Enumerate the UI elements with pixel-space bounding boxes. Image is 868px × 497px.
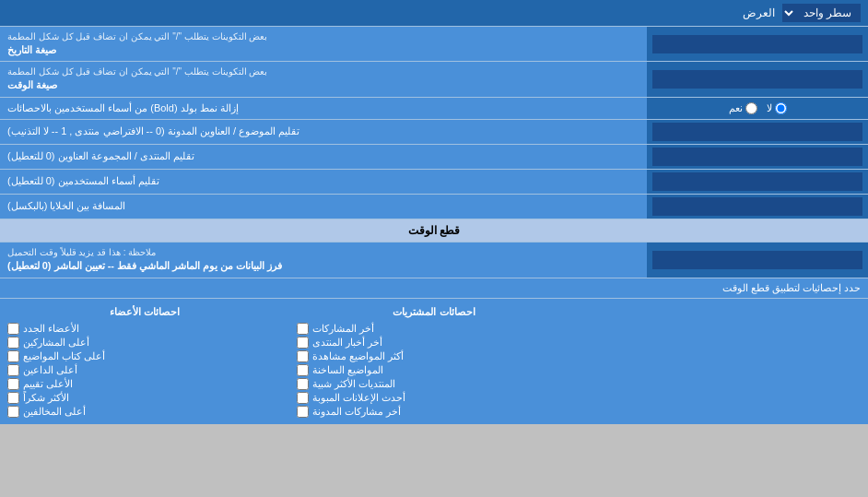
- col1-header: احصائات المشتريات: [297, 304, 571, 322]
- header-label: العرض: [7, 6, 782, 19]
- usernames-row: 0 تقليم أسماء المستخدمين (0 للتعطيل): [0, 170, 868, 195]
- display-select[interactable]: سطر واحدسطرينثلاثة أسطر: [782, 4, 861, 22]
- cell-spacing-label: المسافة بين الخلايا (بالبكسل): [0, 195, 647, 219]
- usernames-input-cell: 0: [647, 170, 868, 194]
- col2-item0-label[interactable]: الأعضاء الجدد: [23, 323, 79, 335]
- checkbox-section: احصائات المشتريات أخر المشاركات أخر أخبا…: [0, 299, 868, 424]
- time-format-label: بعض التكوينات يتطلب "/" التي يمكن ان تضا…: [0, 62, 647, 96]
- col2-item2-label[interactable]: أعلى كتاب المواضيع: [23, 350, 105, 362]
- list-item: أكثر المواضيع مشاهدة: [297, 349, 571, 363]
- forum-title-label: تقليم المنتدى / المجموعة العناوين (0 للت…: [0, 145, 647, 169]
- cutoff-section-header: قطع الوقت: [0, 219, 868, 243]
- col2-item3-check[interactable]: [7, 364, 19, 376]
- usernames-label: تقليم أسماء المستخدمين (0 للتعطيل): [0, 170, 647, 194]
- col1-item1-check[interactable]: [297, 337, 309, 349]
- cutoff-input-cell: 0: [647, 243, 868, 277]
- radio-yes[interactable]: [745, 102, 757, 114]
- topic-title-input-cell: 33: [647, 120, 868, 144]
- radio-no-label[interactable]: لا: [767, 102, 787, 114]
- col2-item0-check[interactable]: [7, 323, 19, 335]
- bold-remove-radio-cell: لا نعم: [647, 98, 868, 119]
- date-format-input[interactable]: d-m: [652, 35, 862, 53]
- topic-title-row: 33 تقليم الموضوع / العناوين المدونة (0 -…: [0, 120, 868, 145]
- main-container: سطر واحدسطرينثلاثة أسطر العرض d-m بعض ال…: [0, 0, 868, 424]
- list-item: أعلى كتاب المواضيع: [7, 349, 282, 363]
- col2-item2-check[interactable]: [7, 350, 19, 362]
- col1-item0-check[interactable]: [297, 323, 309, 335]
- col1-item3-label[interactable]: المواضيع الساخنة: [312, 364, 383, 376]
- col1-item5-label[interactable]: أحدث الإعلانات المبوبة: [312, 392, 405, 404]
- list-item: المواضيع الساخنة: [297, 363, 571, 377]
- empty-col: [579, 302, 868, 420]
- col2-item5-label[interactable]: الأكثر شكراً: [23, 392, 69, 404]
- bold-remove-label: إزالة نمط بولد (Bold) من أسماء المستخدمي…: [0, 98, 647, 119]
- list-item: الأعلى تقييم: [7, 377, 282, 391]
- topic-title-label: تقليم الموضوع / العناوين المدونة (0 -- ا…: [0, 120, 647, 144]
- cutoff-input[interactable]: 0: [652, 251, 862, 269]
- forum-title-input[interactable]: 33: [652, 148, 862, 166]
- col1-item3-check[interactable]: [297, 364, 309, 376]
- col1-item5-check[interactable]: [297, 392, 309, 404]
- col2-item1-label[interactable]: أعلى المشاركين: [23, 337, 89, 349]
- time-format-row: H:i بعض التكوينات يتطلب "/" التي يمكن ان…: [0, 62, 868, 97]
- col2-header: احصائات الأعضاء: [7, 304, 282, 322]
- select-header-label: حدد إحصائيات لتطبيق قطع الوقت: [0, 278, 868, 298]
- topic-title-input[interactable]: 33: [652, 123, 862, 141]
- col2-item1-check[interactable]: [7, 337, 19, 349]
- forum-title-row: 33 تقليم المنتدى / المجموعة العناوين (0 …: [0, 145, 868, 170]
- checkbox-col-1: احصائات المشتريات أخر المشاركات أخر أخبا…: [289, 302, 579, 420]
- date-format-input-cell: d-m: [647, 27, 868, 61]
- forum-title-input-cell: 33: [647, 145, 868, 169]
- list-item: أعلى المشاركين: [7, 336, 282, 349]
- list-item: أحدث الإعلانات المبوبة: [297, 391, 571, 405]
- col1-item4-label[interactable]: المنتديات الأكثر شبية: [312, 378, 395, 390]
- list-item: أعلى الداعين: [7, 363, 282, 377]
- col2-item4-check[interactable]: [7, 378, 19, 390]
- cutoff-row: 0 ملاحظة : هذا قد يزيد قليلاً وقت التحمي…: [0, 243, 868, 278]
- time-format-input-cell: H:i: [647, 62, 868, 96]
- list-item: الأكثر شكراً: [7, 391, 282, 405]
- bold-remove-row: لا نعم إزالة نمط بولد (Bold) من أسماء ال…: [0, 98, 868, 120]
- col1-item6-label[interactable]: أخر مشاركات المدونة: [312, 406, 401, 418]
- list-item: أخر المشاركات: [297, 322, 571, 336]
- col1-item1-label[interactable]: أخر أخبار المنتدى: [312, 337, 382, 349]
- col1-item2-label[interactable]: أكثر المواضيع مشاهدة: [312, 350, 404, 362]
- list-item: المنتديات الأكثر شبية: [297, 377, 571, 391]
- col2-item6-label[interactable]: أعلى المخالفين: [23, 406, 86, 418]
- col1-item6-check[interactable]: [297, 406, 309, 418]
- col2-item5-check[interactable]: [7, 392, 19, 404]
- date-format-row: d-m بعض التكوينات يتطلب "/" التي يمكن ان…: [0, 27, 868, 62]
- radio-no[interactable]: [775, 102, 787, 114]
- cell-spacing-input[interactable]: 2: [652, 197, 862, 216]
- usernames-input[interactable]: 0: [652, 172, 862, 191]
- radio-yes-label[interactable]: نعم: [729, 102, 757, 114]
- col1-item0-label[interactable]: أخر المشاركات: [312, 323, 374, 335]
- time-format-input[interactable]: H:i: [652, 70, 862, 89]
- col2-item6-check[interactable]: [7, 406, 19, 418]
- list-item: أخر أخبار المنتدى: [297, 336, 571, 349]
- col2-item3-label[interactable]: أعلى الداعين: [23, 364, 77, 376]
- select-header-row: حدد إحصائيات لتطبيق قطع الوقت: [0, 278, 868, 299]
- date-format-label: بعض التكوينات يتطلب "/" التي يمكن ان تضا…: [0, 27, 647, 61]
- col2-item4-label[interactable]: الأعلى تقييم: [23, 378, 73, 390]
- col1-item4-check[interactable]: [297, 378, 309, 390]
- list-item: الأعضاء الجدد: [7, 322, 282, 336]
- checkbox-col-2: احصائات الأعضاء الأعضاء الجدد أعلى المشا…: [0, 302, 289, 420]
- list-item: أعلى المخالفين: [7, 405, 282, 419]
- col1-item2-check[interactable]: [297, 350, 309, 362]
- cell-spacing-row: 2 المسافة بين الخلايا (بالبكسل): [0, 195, 868, 219]
- list-item: أخر مشاركات المدونة: [297, 405, 571, 419]
- header-row: سطر واحدسطرينثلاثة أسطر العرض: [0, 0, 868, 27]
- cutoff-label: ملاحظة : هذا قد يزيد قليلاً وقت التحميل …: [0, 243, 647, 277]
- cell-spacing-input-cell: 2: [647, 195, 868, 219]
